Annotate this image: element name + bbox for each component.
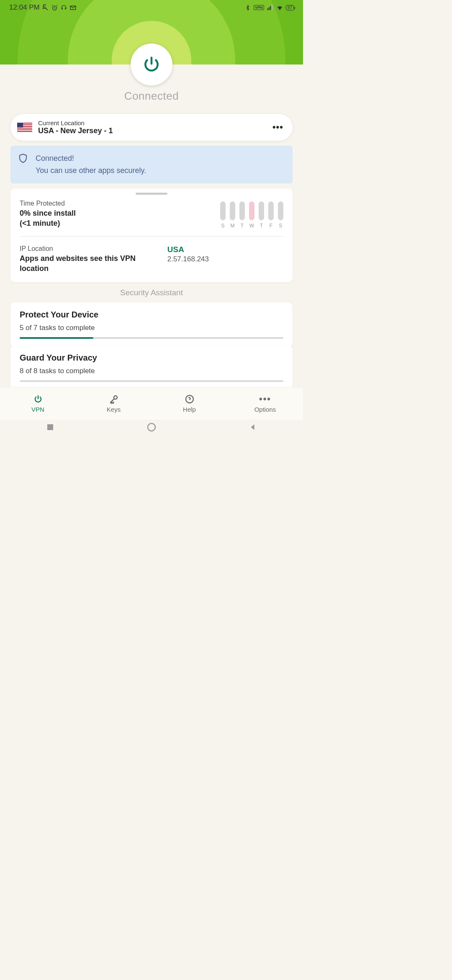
alarm-icon [51, 4, 58, 11]
alert-body: You can use other apps securely. [36, 165, 146, 177]
status-right: VPN 87 [244, 4, 294, 11]
stats-card[interactable]: Time Protected 0% since install (<1 minu… [10, 188, 293, 282]
ip-location-desc: Apps and websites see this VPN location [20, 253, 159, 274]
power-icon [33, 394, 43, 404]
battery-icon: 87 [286, 5, 294, 10]
connection-alert: Connected! You can use other apps secure… [10, 146, 293, 183]
time-protected-label: Time Protected [20, 200, 215, 207]
task-title: Protect Your Device [20, 310, 283, 320]
task-title: Guard Your Privacy [20, 353, 283, 363]
time-protected-value2: (<1 minute) [20, 218, 215, 228]
svg-rect-7 [47, 424, 53, 430]
svg-rect-4 [272, 5, 272, 10]
help-icon [185, 394, 195, 404]
more-icon[interactable]: ••• [272, 122, 283, 133]
key-icon [109, 394, 119, 404]
headset-icon [60, 4, 67, 11]
nav-label: Help [183, 406, 196, 413]
nav-help[interactable]: Help [152, 387, 227, 420]
security-assistant-header: Security Assistant [0, 288, 303, 297]
more-icon: ••• [259, 394, 271, 404]
bottom-nav: VPN Keys Help ••• Options [0, 387, 303, 420]
system-navigation [0, 420, 303, 436]
task-card-guard-privacy[interactable]: Guard Your Privacy 8 of 8 tasks to compl… [10, 346, 293, 390]
location-label: Current Location [38, 119, 267, 126]
nav-keys[interactable]: Keys [76, 387, 152, 420]
time-protected-value1: 0% since install [20, 208, 215, 218]
svg-rect-2 [269, 7, 270, 10]
nav-vpn[interactable]: VPN [0, 387, 76, 420]
back-button[interactable] [249, 423, 257, 433]
alert-title: Connected! [36, 152, 146, 165]
progress-bar [20, 380, 283, 382]
svg-rect-3 [270, 6, 271, 10]
svg-point-5 [114, 396, 117, 399]
ip-location-label: IP Location [20, 245, 159, 253]
task-sub: 5 of 7 tasks to complete [20, 324, 283, 332]
vpn-badge: VPN [254, 5, 264, 10]
connection-status: Connected [0, 90, 303, 103]
svg-rect-1 [267, 8, 268, 10]
nav-options[interactable]: ••• Options [227, 387, 303, 420]
signal-icon [267, 4, 274, 11]
gmail-icon [69, 4, 77, 11]
status-left: 12:04 PM [9, 3, 77, 12]
usa-flag-icon [17, 123, 32, 132]
clock-text: 12:04 PM [9, 3, 40, 12]
progress-bar [20, 337, 283, 339]
ip-country: USA [167, 245, 283, 254]
svg-point-8 [148, 423, 155, 431]
location-value: USA - New Jersey - 1 [38, 126, 267, 135]
mute-icon [42, 4, 49, 11]
wifi-icon [276, 4, 283, 11]
task-sub: 8 of 8 tasks to complete [20, 367, 283, 375]
nav-label: Options [254, 406, 276, 413]
nav-label: Keys [107, 406, 121, 413]
recent-apps-button[interactable] [46, 423, 54, 433]
week-chart: S M T W T F S [220, 200, 283, 229]
bluetooth-icon [244, 4, 251, 11]
nav-label: VPN [31, 406, 44, 413]
status-bar: 12:04 PM VPN 87 [0, 0, 303, 13]
task-card-protect-device[interactable]: Protect Your Device 5 of 7 tasks to comp… [10, 302, 293, 347]
power-icon [142, 55, 161, 74]
power-button[interactable] [131, 44, 172, 85]
shield-icon [18, 152, 28, 164]
home-button[interactable] [147, 423, 156, 433]
location-card[interactable]: Current Location USA - New Jersey - 1 ••… [10, 114, 293, 141]
ip-address: 2.57.168.243 [167, 255, 283, 263]
